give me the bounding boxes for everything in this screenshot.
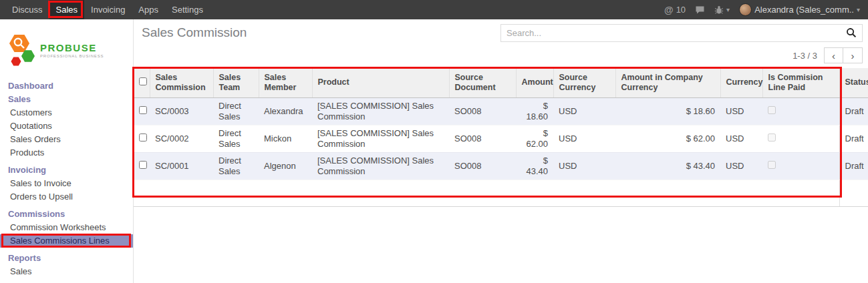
menu-sales[interactable]: Sales: [49, 0, 85, 19]
cell-amount: $ 62.00: [516, 125, 553, 152]
table-row[interactable]: SC/0001 Direct Sales Algenon [SALES COMM…: [134, 152, 868, 180]
control-panel: Sales Commission 1-3 / 3 ‹ ›: [134, 19, 868, 68]
search-icon: [846, 27, 857, 38]
mentions-count: 10: [676, 5, 686, 15]
col-sales-commission[interactable]: Sales Commission: [150, 68, 213, 97]
logo-hexagons-icon: [8, 32, 36, 68]
col-currency[interactable]: Currency: [720, 68, 762, 97]
caret-down-icon: ▾: [726, 6, 730, 13]
bug-icon: [714, 5, 724, 15]
pager-next-button[interactable]: ›: [843, 47, 863, 63]
sidebar-heading-invoicing[interactable]: Invoicing: [0, 164, 133, 177]
sidebar-heading-sales[interactable]: Sales: [0, 93, 133, 106]
cell-source-document: SO008: [449, 125, 516, 152]
paid-checkbox: [768, 161, 776, 169]
menu-discuss[interactable]: Discuss: [5, 0, 49, 19]
row-select-checkbox[interactable]: [139, 106, 147, 114]
cell-status: Draft: [839, 125, 868, 152]
cell-currency: USD: [720, 125, 762, 152]
table-row[interactable]: SC/0003 Direct Sales Alexandra [SALES CO…: [134, 97, 868, 125]
cell-currency: USD: [720, 97, 762, 125]
cell-amount-company: $ 18.60: [615, 97, 720, 125]
logo-subtitle: PROFESSIONAL BUSINESS: [40, 54, 104, 58]
menu-settings[interactable]: Settings: [165, 0, 210, 19]
chat-icon: [695, 5, 705, 15]
cell-source-currency: USD: [553, 125, 615, 152]
sidebar-item-products[interactable]: Products: [0, 146, 133, 160]
debug-menu[interactable]: ▾: [714, 5, 730, 15]
sidebar-item-sales-to-invoice[interactable]: Sales to Invoice: [0, 177, 133, 190]
search-box: [500, 24, 863, 42]
cell-team: Direct Sales: [213, 97, 259, 125]
sidebar-heading-reports[interactable]: Reports: [0, 252, 133, 265]
cell-product: [SALES COMMISSION] Sales Commission: [312, 125, 449, 152]
caret-down-icon: ▾: [857, 6, 860, 13]
cell-commission: SC/0001: [150, 152, 213, 180]
cell-paid: [762, 152, 839, 180]
paid-checkbox: [768, 133, 776, 142]
cell-product: [SALES COMMISSION] Sales Commission: [312, 152, 449, 180]
company-logo: PROBUSE PROFESSIONAL BUSINESS: [0, 19, 133, 79]
cell-status: Draft: [839, 152, 868, 180]
cell-paid: [762, 125, 839, 152]
col-source-currency[interactable]: Source Currency: [553, 68, 615, 97]
sidebar: PROBUSE PROFESSIONAL BUSINESS Dashboard …: [0, 19, 134, 283]
cell-member: Mickon: [259, 125, 312, 152]
cell-amount: $ 18.60: [516, 97, 553, 125]
sales-commission-table: Sales Commission Sales Team Sales Member…: [134, 68, 868, 207]
cell-amount-company: $ 43.40: [615, 152, 720, 180]
sidebar-item-quotations[interactable]: Quotations: [0, 119, 133, 133]
topbar-right: @ 10 ▾ Alexandra (Sales_comm.. ▾: [664, 0, 868, 19]
cell-team: Direct Sales: [213, 125, 259, 152]
logo-title: PROBUSE: [40, 42, 104, 53]
col-product[interactable]: Product: [312, 68, 449, 97]
select-all-checkbox[interactable]: [139, 77, 147, 85]
mentions-counter[interactable]: @ 10: [664, 5, 686, 15]
menu-apps[interactable]: Apps: [132, 0, 165, 19]
table-row[interactable]: SC/0002 Direct Sales Mickon [SALES COMMI…: [134, 125, 868, 152]
sidebar-heading-commissions[interactable]: Commissions: [0, 208, 133, 221]
pager-range: 1-3 / 3: [792, 51, 817, 61]
sidebar-nav: Dashboard Sales Customers Quotations Sal…: [0, 79, 133, 278]
sidebar-item-orders-to-upsell[interactable]: Orders to Upsell: [0, 190, 133, 204]
cell-amount: $ 43.40: [516, 152, 553, 180]
cell-paid: [762, 97, 839, 125]
sidebar-item-reports-sales[interactable]: Sales: [0, 265, 133, 278]
row-select-checkbox[interactable]: [139, 133, 147, 142]
search-button[interactable]: [845, 26, 858, 39]
col-is-commission-line-paid[interactable]: Is Commision Line Paid: [762, 68, 839, 97]
col-sales-team[interactable]: Sales Team: [213, 68, 259, 97]
sidebar-item-sales-orders[interactable]: Sales Orders: [0, 133, 133, 146]
select-all-header: [134, 68, 150, 97]
user-menu[interactable]: Alexandra (Sales_comm.. ▾: [739, 3, 860, 16]
col-sales-member[interactable]: Sales Member: [259, 68, 312, 97]
pager-previous-button[interactable]: ‹: [824, 47, 843, 63]
page-title: Sales Commission: [142, 25, 247, 40]
cell-amount-company: $ 62.00: [615, 125, 720, 152]
paid-checkbox: [768, 106, 776, 114]
cell-commission: SC/0003: [150, 97, 213, 125]
cell-commission: SC/0002: [150, 125, 213, 152]
sidebar-item-sales-commissions-lines[interactable]: Sales Commissions Lines: [0, 234, 133, 248]
chat-button[interactable]: [695, 5, 705, 15]
cell-member: Algenon: [259, 152, 312, 180]
sidebar-item-commission-worksheets[interactable]: Commission Worksheets: [0, 221, 133, 234]
table-header-row: Sales Commission Sales Team Sales Member…: [134, 68, 868, 97]
cell-source-currency: USD: [553, 97, 615, 125]
at-icon: @: [664, 5, 674, 15]
top-navbar: Discuss Sales Invoicing Apps Settings @ …: [0, 0, 868, 19]
col-status[interactable]: Status: [839, 68, 868, 97]
menu-invoicing[interactable]: Invoicing: [84, 0, 132, 19]
cell-product: [SALES COMMISSION] Sales Commission: [312, 97, 449, 125]
cell-member: Alexandra: [259, 97, 312, 125]
col-amount[interactable]: Amount: [516, 68, 553, 97]
cell-team: Direct Sales: [213, 152, 259, 180]
row-select-checkbox[interactable]: [139, 161, 147, 169]
col-amount-company-currency[interactable]: Amount in Company Currency: [615, 68, 720, 97]
search-input[interactable]: [507, 28, 845, 38]
sidebar-item-customers[interactable]: Customers: [0, 106, 133, 119]
table-footer-row: [134, 180, 868, 206]
cell-currency: USD: [720, 152, 762, 180]
col-source-document[interactable]: Source Document: [449, 68, 516, 97]
sidebar-heading-dashboard[interactable]: Dashboard: [0, 79, 133, 93]
